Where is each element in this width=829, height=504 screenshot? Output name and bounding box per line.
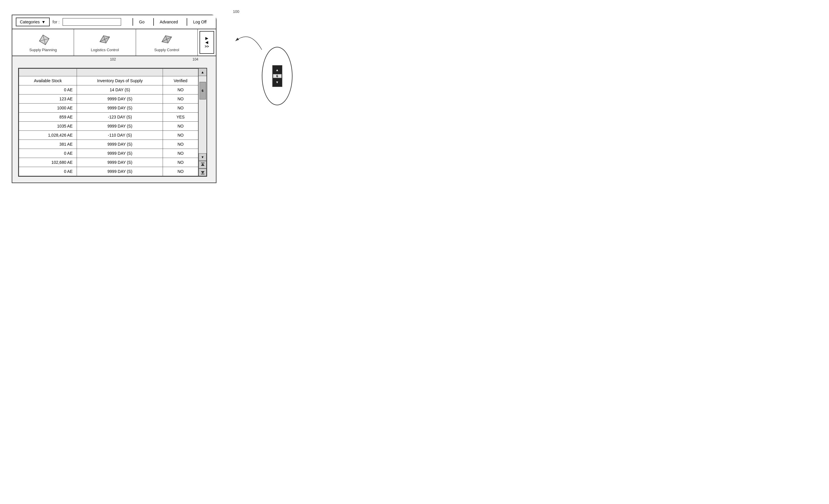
logistics-control-label: Logistics Control: [91, 48, 119, 52]
table-row: 0 AE9999 DAY (S)NO: [19, 167, 198, 176]
verified-cell: NO: [163, 140, 198, 149]
mag-up-btn[interactable]: ▲: [273, 66, 282, 74]
stock-cell: 0 AE: [19, 167, 77, 176]
scroll-track: 6: [199, 76, 207, 153]
mag-down-btn[interactable]: ▼: [273, 78, 282, 86]
toolbar: Categories ▼ for : Go Advanced Log Off: [12, 15, 216, 29]
scrollbar: ▲ 6 ▼: [198, 68, 207, 176]
stock-cell: 0 AE: [19, 149, 77, 158]
days-cell: 9999 DAY (S): [77, 140, 163, 149]
days-cell: 9999 DAY (S): [77, 104, 163, 113]
verified-cell: NO: [163, 85, 198, 95]
main-window: 100 Categories ▼ for : Go Advanced Log O…: [12, 14, 216, 183]
verified-cell: NO: [163, 167, 198, 176]
supply-planning-icon: [36, 33, 50, 46]
header-empty-cell2: [77, 69, 163, 76]
arrow-svg: [227, 24, 265, 52]
table-scroll-area: Available Stock Inventory Days of Supply…: [19, 68, 207, 176]
advanced-button[interactable]: Advanced: [153, 18, 184, 26]
svg-marker-17: [201, 171, 205, 174]
ref-104-label: 104: [192, 57, 198, 62]
stock-cell: 123 AE: [19, 95, 77, 104]
col2-header: Inventory Days of Supply: [77, 76, 163, 85]
scroll-jump-top[interactable]: [199, 161, 207, 169]
categories-button[interactable]: Categories ▼: [16, 17, 50, 26]
verified-cell: NO: [163, 104, 198, 113]
magnified-scrollbar: ▲ 6 ▼: [272, 65, 282, 87]
verified-cell: NO: [163, 158, 198, 167]
days-cell: 9999 DAY (S): [77, 95, 163, 104]
stock-cell: 102,680 AE: [19, 158, 77, 167]
days-cell: 9999 DAY (S): [77, 167, 163, 176]
nav-item-supply-planning[interactable]: Supply Planning: [12, 29, 74, 56]
for-input[interactable]: [63, 18, 121, 26]
table-row: 102,680 AE9999 DAY (S)NO: [19, 158, 198, 167]
header-empty-cell: [19, 69, 77, 76]
logoff-button[interactable]: Log Off: [187, 18, 212, 26]
verified-cell: YES: [163, 113, 198, 122]
logistics-control-icon: [98, 33, 112, 46]
days-cell: 14 DAY (S): [77, 85, 163, 95]
scroll-top-arrow[interactable]: ▲: [199, 68, 207, 76]
table-row: 1000 AE9999 DAY (S)NO: [19, 104, 198, 113]
col3-header: Verified: [163, 76, 198, 85]
scroll-thumb[interactable]: 6: [200, 82, 206, 100]
stock-cell: 0 AE: [19, 85, 77, 95]
nav-arrow-box[interactable]: ▶ ◀ >>: [200, 31, 214, 54]
magnified-oval: ▲ 6 ▼ 106 108 110 112: [262, 47, 292, 105]
supply-planning-label: Supply Planning: [29, 48, 57, 52]
svg-marker-15: [201, 163, 205, 166]
verified-cell: NO: [163, 95, 198, 104]
nav-double-arrow-label: >>: [205, 44, 209, 48]
table-row: 1035 AE9999 DAY (S)NO: [19, 122, 198, 131]
data-table: Available Stock Inventory Days of Supply…: [19, 68, 198, 176]
table-row: 0 AE14 DAY (S)NO: [19, 85, 198, 95]
categories-label: Categories: [20, 20, 40, 24]
go-button[interactable]: Go: [133, 18, 150, 26]
header-empty-cell3: [163, 69, 198, 76]
days-cell: 9999 DAY (S): [77, 122, 163, 131]
scroll-jump-bottom[interactable]: [199, 169, 207, 176]
table-row: 1,028,426 AE-110 DAY (S)NO: [19, 131, 198, 140]
col1-header: Available Stock: [19, 76, 77, 85]
categories-arrow-icon: ▼: [41, 20, 46, 24]
stock-cell: 1035 AE: [19, 122, 77, 131]
svg-marker-3: [39, 35, 49, 45]
nav-item-logistics-control[interactable]: Logistics Control: [74, 29, 136, 56]
days-cell: -123 DAY (S): [77, 113, 163, 122]
table-row: 859 AE-123 DAY (S)YES: [19, 113, 198, 122]
stock-cell: 1,028,426 AE: [19, 131, 77, 140]
verified-cell: NO: [163, 131, 198, 140]
days-cell: -110 DAY (S): [77, 131, 163, 140]
verified-cell: NO: [163, 122, 198, 131]
supply-control-label: Supply Control: [154, 48, 179, 52]
data-table-container: Available Stock Inventory Days of Supply…: [18, 68, 207, 177]
nav-arrow-right-icon: ▶: [205, 36, 208, 40]
table-row: 123 AE9999 DAY (S)NO: [19, 95, 198, 104]
mag-track: 6: [273, 74, 282, 78]
stock-cell: 1000 AE: [19, 104, 77, 113]
table-row: 381 AE9999 DAY (S)NO: [19, 140, 198, 149]
nav-row: Supply Planning: [12, 29, 216, 56]
days-cell: 9999 DAY (S): [77, 149, 163, 158]
ref-102-label: 102: [110, 57, 116, 62]
table-row: 0 AE9999 DAY (S)NO: [19, 149, 198, 158]
nav-arrow-left-icon: ◀: [205, 40, 208, 44]
ref-100-label: 100: [233, 9, 239, 14]
verified-cell: NO: [163, 149, 198, 158]
stock-cell: 859 AE: [19, 113, 77, 122]
main-content: 102 104 Available Stock: [12, 56, 216, 183]
scroll-down-arrow[interactable]: ▼: [199, 153, 207, 161]
nav-item-supply-control[interactable]: Supply Control: [136, 29, 198, 56]
days-cell: 9999 DAY (S): [77, 158, 163, 167]
stock-cell: 381 AE: [19, 140, 77, 149]
supply-control-icon: [159, 33, 174, 46]
magnified-diagram: ▲ 6 ▼ 106 108 110 112: [262, 47, 292, 105]
for-label: for :: [52, 20, 60, 24]
